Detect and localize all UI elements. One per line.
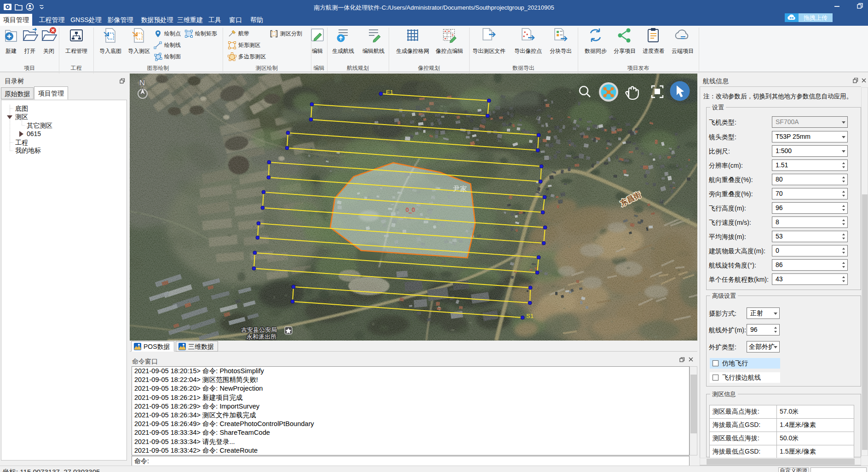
svg-text:E1: E1 xyxy=(386,89,393,96)
svg-text:0_0: 0_0 xyxy=(406,207,415,213)
svg-text:永和派出所: 永和派出所 xyxy=(247,333,276,340)
svg-text:N: N xyxy=(139,79,145,87)
svg-text:吉安县公安局: 吉安县公安局 xyxy=(241,326,277,333)
svg-text:S1: S1 xyxy=(526,313,534,319)
svg-text:尹家: 尹家 xyxy=(453,185,467,193)
